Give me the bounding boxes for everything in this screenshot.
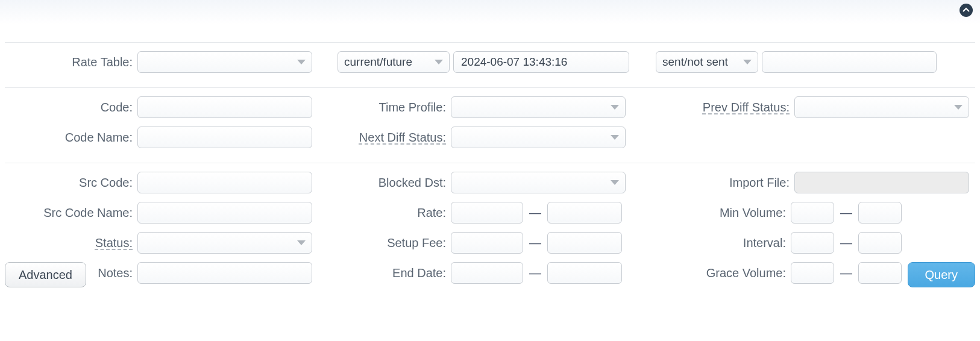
chevron-down-icon xyxy=(954,105,963,110)
min-volume-from-input[interactable] xyxy=(791,202,834,224)
time-scope-value: current/future xyxy=(344,55,430,69)
rate-table-combo[interactable] xyxy=(137,51,312,73)
chevron-down-icon xyxy=(435,60,443,64)
code-name-label: Code Name: xyxy=(5,131,137,145)
code-name-input[interactable] xyxy=(137,127,312,148)
import-file-label: Import File: xyxy=(626,176,794,190)
datetime-field[interactable] xyxy=(460,52,623,72)
interval-label: Interval: xyxy=(622,236,791,250)
search-panel: Rate Table: current/future sent xyxy=(0,0,980,304)
chevron-down-icon xyxy=(611,135,619,140)
datetime-input[interactable] xyxy=(453,51,629,73)
status-label: Status: xyxy=(5,236,137,250)
collapse-button[interactable] xyxy=(960,4,973,17)
src-code-name-input[interactable] xyxy=(137,202,312,224)
sent-filter-value: sent/not sent xyxy=(662,55,738,69)
min-volume-to-input[interactable] xyxy=(858,202,902,224)
setup-fee-from-input[interactable] xyxy=(451,232,523,254)
src-code-input[interactable] xyxy=(137,172,312,193)
status-combo[interactable] xyxy=(137,232,312,254)
prev-diff-status-combo[interactable] xyxy=(794,96,969,118)
advanced-button[interactable]: Advanced xyxy=(5,262,86,287)
interval-from-input[interactable] xyxy=(791,232,834,254)
prev-diff-status-label: Prev Diff Status: xyxy=(626,101,794,114)
chevron-down-icon xyxy=(743,60,752,64)
section-middle: Code: Time Profile: Prev Diff Status: xyxy=(5,87,975,163)
chevron-down-icon xyxy=(297,240,306,245)
import-file-input xyxy=(794,172,969,193)
chevron-down-icon xyxy=(611,105,619,110)
rate-from-input[interactable] xyxy=(451,202,523,224)
setup-fee-label: Setup Fee: xyxy=(312,236,451,250)
code-label: Code: xyxy=(5,101,137,114)
min-volume-label: Min Volume: xyxy=(622,206,791,220)
rate-table-label: Rate Table: xyxy=(5,55,137,69)
sent-extra-input[interactable] xyxy=(762,51,937,73)
blocked-dst-label: Blocked Dst: xyxy=(312,176,451,190)
src-code-label: Src Code: xyxy=(5,176,137,190)
footer: Advanced Query xyxy=(5,262,975,287)
range-dash: — xyxy=(834,236,858,250)
sent-filter-combo[interactable]: sent/not sent xyxy=(656,51,758,73)
time-profile-combo[interactable] xyxy=(451,96,626,118)
chevron-down-icon xyxy=(611,180,619,185)
range-dash: — xyxy=(834,206,858,220)
chevron-up-icon xyxy=(963,7,970,14)
time-scope-combo[interactable]: current/future xyxy=(338,51,450,73)
rate-label: Rate: xyxy=(312,206,451,220)
blocked-dst-combo[interactable] xyxy=(451,172,626,193)
range-dash: — xyxy=(523,206,547,220)
time-profile-label: Time Profile: xyxy=(312,101,451,114)
code-input[interactable] xyxy=(137,96,312,118)
rate-to-input[interactable] xyxy=(547,202,622,224)
setup-fee-to-input[interactable] xyxy=(547,232,622,254)
sent-extra-field[interactable] xyxy=(768,52,930,72)
range-dash: — xyxy=(523,236,547,250)
query-button[interactable]: Query xyxy=(908,262,975,287)
src-code-name-label: Src Code Name: xyxy=(5,206,137,220)
section-top: Rate Table: current/future sent xyxy=(5,42,975,87)
next-diff-status-combo[interactable] xyxy=(451,127,626,148)
interval-to-input[interactable] xyxy=(858,232,902,254)
next-diff-status-label: Next Diff Status: xyxy=(312,131,451,145)
chevron-down-icon xyxy=(297,60,306,64)
